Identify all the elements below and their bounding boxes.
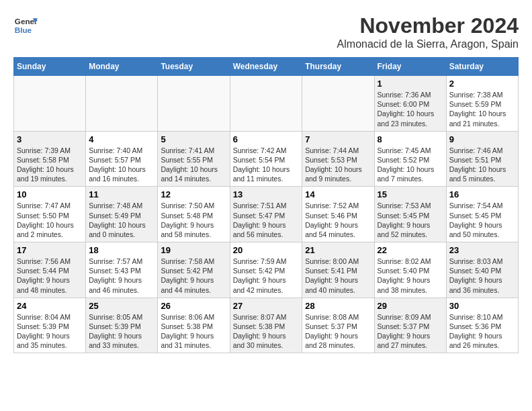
calendar-cell: 25Sunrise: 8:05 AM Sunset: 5:39 PM Dayli…	[86, 298, 158, 353]
calendar-cell: 4Sunrise: 7:40 AM Sunset: 5:57 PM Daylig…	[86, 131, 158, 187]
calendar-cell	[14, 76, 86, 132]
day-number: 25	[89, 301, 154, 311]
day-info: Sunrise: 7:50 AM Sunset: 5:48 PM Dayligh…	[161, 201, 226, 239]
day-info: Sunrise: 7:42 AM Sunset: 5:54 PM Dayligh…	[233, 146, 300, 184]
calendar-cell	[86, 76, 158, 132]
day-number: 16	[449, 189, 515, 199]
calendar-week-row: 1Sunrise: 7:36 AM Sunset: 6:00 PM Daylig…	[14, 76, 519, 132]
day-number: 1	[378, 79, 443, 89]
day-info: Sunrise: 8:04 AM Sunset: 5:39 PM Dayligh…	[17, 312, 83, 351]
day-number: 19	[161, 245, 226, 255]
day-number: 15	[378, 189, 443, 199]
day-number: 6	[233, 134, 300, 144]
calendar-cell: 10Sunrise: 7:47 AM Sunset: 5:50 PM Dayli…	[14, 187, 86, 242]
day-info: Sunrise: 8:07 AM Sunset: 5:38 PM Dayligh…	[233, 312, 300, 351]
calendar-cell: 14Sunrise: 7:52 AM Sunset: 5:46 PM Dayli…	[302, 187, 374, 242]
calendar-cell: 17Sunrise: 7:56 AM Sunset: 5:44 PM Dayli…	[14, 242, 86, 298]
logo: General Blue	[13, 13, 38, 38]
day-number: 24	[17, 301, 83, 311]
calendar-cell: 12Sunrise: 7:50 AM Sunset: 5:48 PM Dayli…	[158, 187, 230, 242]
calendar-cell: 8Sunrise: 7:45 AM Sunset: 5:52 PM Daylig…	[374, 131, 446, 187]
calendar-cell: 15Sunrise: 7:53 AM Sunset: 5:45 PM Dayli…	[374, 187, 446, 242]
calendar-cell: 5Sunrise: 7:41 AM Sunset: 5:55 PM Daylig…	[158, 131, 230, 187]
day-info: Sunrise: 7:41 AM Sunset: 5:55 PM Dayligh…	[161, 146, 226, 184]
day-info: Sunrise: 7:53 AM Sunset: 5:45 PM Dayligh…	[378, 201, 443, 239]
calendar-cell: 1Sunrise: 7:36 AM Sunset: 6:00 PM Daylig…	[374, 76, 446, 132]
weekday-header: Thursday	[302, 58, 374, 76]
calendar-cell: 18Sunrise: 7:57 AM Sunset: 5:43 PM Dayli…	[86, 242, 158, 298]
calendar-cell	[302, 76, 374, 132]
calendar-cell: 21Sunrise: 8:00 AM Sunset: 5:41 PM Dayli…	[302, 242, 374, 298]
day-info: Sunrise: 8:08 AM Sunset: 5:37 PM Dayligh…	[305, 312, 371, 351]
calendar-week-row: 3Sunrise: 7:39 AM Sunset: 5:58 PM Daylig…	[14, 131, 519, 187]
day-info: Sunrise: 7:46 AM Sunset: 5:51 PM Dayligh…	[449, 146, 515, 184]
day-number: 29	[378, 301, 443, 311]
day-number: 3	[17, 134, 83, 144]
day-number: 5	[161, 134, 226, 144]
title-section: November 2024 Almonacid de la Sierra, Ar…	[337, 13, 519, 50]
day-info: Sunrise: 7:39 AM Sunset: 5:58 PM Dayligh…	[17, 146, 83, 184]
day-number: 2	[449, 79, 515, 89]
location-title: Almonacid de la Sierra, Aragon, Spain	[337, 38, 519, 50]
svg-text:Blue: Blue	[15, 26, 32, 34]
month-title: November 2024	[337, 13, 519, 38]
calendar-cell: 11Sunrise: 7:48 AM Sunset: 5:49 PM Dayli…	[86, 187, 158, 242]
day-number: 27	[233, 301, 300, 311]
calendar-week-row: 10Sunrise: 7:47 AM Sunset: 5:50 PM Dayli…	[14, 187, 519, 242]
calendar-cell: 23Sunrise: 8:03 AM Sunset: 5:40 PM Dayli…	[446, 242, 518, 298]
calendar-cell: 22Sunrise: 8:02 AM Sunset: 5:40 PM Dayli…	[374, 242, 446, 298]
day-info: Sunrise: 8:03 AM Sunset: 5:40 PM Dayligh…	[449, 257, 515, 295]
calendar-cell: 27Sunrise: 8:07 AM Sunset: 5:38 PM Dayli…	[230, 298, 302, 353]
svg-text:General: General	[15, 17, 38, 26]
calendar-cell: 16Sunrise: 7:54 AM Sunset: 5:45 PM Dayli…	[446, 187, 518, 242]
calendar-week-row: 17Sunrise: 7:56 AM Sunset: 5:44 PM Dayli…	[14, 242, 519, 298]
calendar-cell: 20Sunrise: 7:59 AM Sunset: 5:42 PM Dayli…	[230, 242, 302, 298]
calendar-cell: 6Sunrise: 7:42 AM Sunset: 5:54 PM Daylig…	[230, 131, 302, 187]
day-info: Sunrise: 7:40 AM Sunset: 5:57 PM Dayligh…	[89, 146, 154, 184]
calendar-cell: 7Sunrise: 7:44 AM Sunset: 5:53 PM Daylig…	[302, 131, 374, 187]
day-number: 21	[305, 245, 371, 255]
calendar-cell: 2Sunrise: 7:38 AM Sunset: 5:59 PM Daylig…	[446, 76, 518, 132]
calendar-cell: 24Sunrise: 8:04 AM Sunset: 5:39 PM Dayli…	[14, 298, 86, 353]
calendar-cell: 9Sunrise: 7:46 AM Sunset: 5:51 PM Daylig…	[446, 131, 518, 187]
calendar-cell: 13Sunrise: 7:51 AM Sunset: 5:47 PM Dayli…	[230, 187, 302, 242]
weekday-header: Monday	[86, 58, 158, 76]
calendar-week-row: 24Sunrise: 8:04 AM Sunset: 5:39 PM Dayli…	[14, 298, 519, 353]
day-number: 22	[378, 245, 443, 255]
weekday-header: Tuesday	[158, 58, 230, 76]
calendar-cell: 29Sunrise: 8:09 AM Sunset: 5:37 PM Dayli…	[374, 298, 446, 353]
day-info: Sunrise: 7:45 AM Sunset: 5:52 PM Dayligh…	[378, 146, 443, 184]
day-number: 11	[89, 189, 154, 199]
weekday-header-row: SundayMondayTuesdayWednesdayThursdayFrid…	[14, 58, 519, 76]
day-info: Sunrise: 7:51 AM Sunset: 5:47 PM Dayligh…	[233, 201, 300, 239]
day-number: 8	[378, 134, 443, 144]
day-info: Sunrise: 7:54 AM Sunset: 5:45 PM Dayligh…	[449, 201, 515, 239]
day-number: 17	[17, 245, 83, 255]
day-info: Sunrise: 7:59 AM Sunset: 5:42 PM Dayligh…	[233, 257, 300, 295]
day-number: 30	[449, 301, 515, 311]
day-info: Sunrise: 7:38 AM Sunset: 5:59 PM Dayligh…	[449, 90, 515, 128]
weekday-header: Sunday	[14, 58, 86, 76]
calendar-cell	[158, 76, 230, 132]
day-number: 26	[161, 301, 226, 311]
day-info: Sunrise: 8:00 AM Sunset: 5:41 PM Dayligh…	[305, 257, 371, 295]
day-info: Sunrise: 7:36 AM Sunset: 6:00 PM Dayligh…	[378, 90, 443, 128]
day-number: 23	[449, 245, 515, 255]
calendar: SundayMondayTuesdayWednesdayThursdayFrid…	[13, 57, 519, 353]
calendar-cell: 26Sunrise: 8:06 AM Sunset: 5:38 PM Dayli…	[158, 298, 230, 353]
day-number: 13	[233, 189, 300, 199]
day-number: 20	[233, 245, 300, 255]
day-number: 28	[305, 301, 371, 311]
day-info: Sunrise: 7:48 AM Sunset: 5:49 PM Dayligh…	[89, 201, 154, 239]
weekday-header: Wednesday	[230, 58, 302, 76]
day-number: 7	[305, 134, 371, 144]
calendar-cell	[230, 76, 302, 132]
header: General Blue November 2024 Almonacid de …	[13, 13, 519, 50]
day-number: 18	[89, 245, 154, 255]
day-info: Sunrise: 7:57 AM Sunset: 5:43 PM Dayligh…	[89, 257, 154, 295]
day-number: 14	[305, 189, 371, 199]
weekday-header: Saturday	[446, 58, 518, 76]
calendar-cell: 30Sunrise: 8:10 AM Sunset: 5:36 PM Dayli…	[446, 298, 518, 353]
day-number: 12	[161, 189, 226, 199]
day-number: 10	[17, 189, 83, 199]
